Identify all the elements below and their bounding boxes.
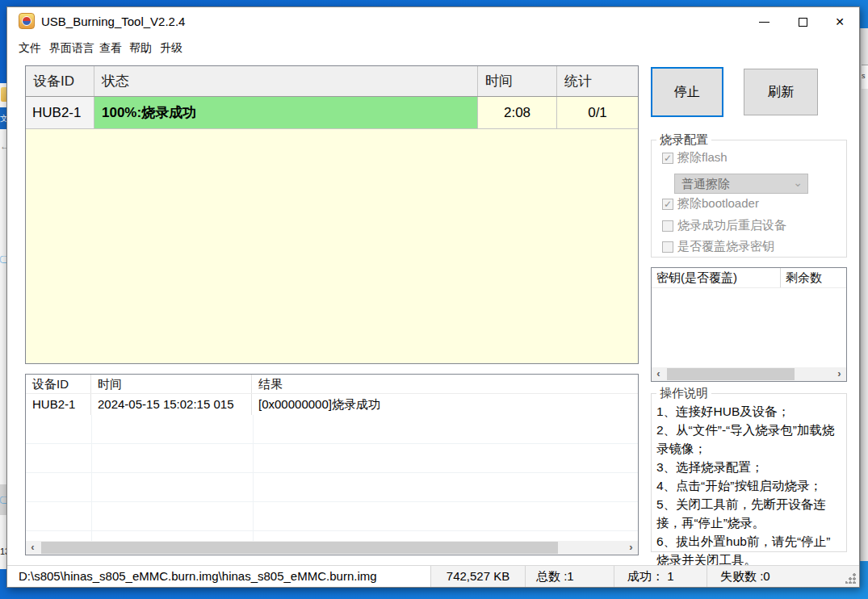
scrollbar-track[interactable] bbox=[665, 367, 832, 381]
log-device-id-cell: HUB2-1 bbox=[26, 394, 91, 415]
burn-config-title: 烧录配置 bbox=[656, 132, 711, 148]
key-table-hscrollbar[interactable]: ‹ › bbox=[652, 367, 846, 381]
menu-bar: 文件 界面语言 查看 帮助 升级 bbox=[7, 36, 859, 57]
column-header-result[interactable]: 结果 bbox=[252, 375, 638, 393]
key-table: 密钥(是否覆盖) 剩余数 ‹ › bbox=[651, 267, 847, 382]
instruction-line: 5、关闭工具前，先断开设备连接，再“停止”烧录。 bbox=[656, 495, 842, 532]
instruction-line: 1、连接好HUB及设备； bbox=[656, 402, 842, 421]
column-header-device-id[interactable]: 设备ID bbox=[26, 66, 94, 96]
column-header-status[interactable]: 状态 bbox=[94, 66, 478, 96]
success-count-status: 成功： 1 bbox=[614, 566, 707, 587]
scroll-right-icon[interactable]: › bbox=[624, 541, 638, 555]
background-window-right-sliver: s bbox=[860, 28, 868, 561]
reboot-after-checkbox[interactable]: 烧录成功后重启设备 bbox=[662, 218, 786, 233]
key-table-header: 密钥(是否覆盖) 剩余数 bbox=[652, 268, 846, 288]
stat-cell: 0/1 bbox=[557, 97, 638, 128]
column-header-remaining[interactable]: 剩余数 bbox=[781, 268, 846, 287]
erase-bootloader-checkbox[interactable]: ✓ 擦除bootloader bbox=[662, 196, 759, 212]
app-icon bbox=[19, 13, 35, 29]
app-window: USB_Burning_Tool_V2.2.4 ✕ 文件 界面语言 查看 帮助 … bbox=[6, 6, 860, 588]
log-result-cell: [0x00000000]烧录成功 bbox=[252, 394, 638, 415]
checkbox-unchecked-icon bbox=[662, 241, 673, 253]
resize-grip-icon[interactable] bbox=[845, 573, 856, 584]
erase-mode-value: 普通擦除 bbox=[681, 177, 730, 191]
device-progress-table: 设备ID 状态 时间 统计 HUB2-1 100%:烧录成功 2:08 0/1 bbox=[25, 65, 639, 364]
menu-file[interactable]: 文件 bbox=[15, 40, 44, 57]
scroll-left-icon[interactable]: ‹ bbox=[26, 541, 40, 555]
total-count-status: 总数 :1 bbox=[526, 566, 614, 587]
instruction-line: 6、拔出外置hub前，请先“停止”烧录并关闭工具。 bbox=[656, 532, 842, 569]
stop-button[interactable]: 停止 bbox=[651, 67, 723, 117]
scrollbar-thumb[interactable] bbox=[667, 368, 795, 380]
scroll-left-icon[interactable]: ‹ bbox=[652, 367, 665, 381]
erase-mode-select[interactable]: 普通擦除 ⌄ bbox=[674, 174, 808, 194]
failed-count-status: 失败数 :0 bbox=[707, 566, 861, 587]
scrollbar-track[interactable] bbox=[40, 541, 624, 555]
column-header-time[interactable]: 时间 bbox=[91, 375, 252, 393]
erase-flash-checkbox[interactable]: ✓ 擦除flash bbox=[662, 150, 728, 165]
instruction-line: 3、选择烧录配置； bbox=[656, 458, 842, 476]
overwrite-key-label: 是否覆盖烧录密钥 bbox=[677, 239, 774, 254]
maximize-icon bbox=[799, 18, 807, 27]
title-bar[interactable]: USB_Burning_Tool_V2.2.4 ✕ bbox=[7, 7, 859, 36]
scrollbar-thumb[interactable] bbox=[41, 542, 558, 554]
checkbox-checked-icon: ✓ bbox=[662, 199, 673, 210]
background-fragment-label: s bbox=[862, 65, 868, 89]
overwrite-key-checkbox[interactable]: 是否覆盖烧录密钥 bbox=[662, 239, 774, 254]
table-row[interactable]: HUB2-1 2024-05-15 15:02:15 015 [0x000000… bbox=[26, 394, 638, 415]
menu-language[interactable]: 界面语言 bbox=[46, 40, 98, 57]
menu-upgrade[interactable]: 升级 bbox=[157, 40, 186, 57]
close-button[interactable]: ✕ bbox=[821, 7, 858, 36]
checkbox-unchecked-icon bbox=[662, 220, 673, 232]
progress-bar-cell: 100%:烧录成功 bbox=[94, 97, 478, 128]
column-header-time[interactable]: 时间 bbox=[478, 66, 557, 96]
reboot-after-label: 烧录成功后重启设备 bbox=[677, 218, 786, 233]
refresh-button[interactable]: 刷新 bbox=[744, 69, 818, 115]
column-header-device-id[interactable]: 设备ID bbox=[26, 375, 91, 393]
menu-view[interactable]: 查看 bbox=[96, 40, 125, 57]
elapsed-time-cell: 2:08 bbox=[478, 97, 557, 128]
instructions-text: 1、连接好HUB及设备； 2、从“文件”-“导入烧录包”加载烧录镜像； 3、选择… bbox=[656, 402, 842, 569]
checkbox-checked-icon: ✓ bbox=[662, 153, 673, 164]
status-bar: D:\s805\hinas_s805_eMMC.burn.img\hinas_s… bbox=[7, 565, 859, 587]
window-title: USB_Burning_Tool_V2.2.4 bbox=[41, 15, 185, 28]
instruction-line: 4、点击“开始”按钮启动烧录； bbox=[656, 476, 842, 495]
minimize-icon bbox=[759, 22, 769, 23]
minimize-button[interactable] bbox=[745, 7, 782, 36]
maximize-button[interactable] bbox=[784, 7, 821, 36]
result-log-table: 设备ID 时间 结果 HUB2-1 2024-05-15 15:02:15 01… bbox=[25, 374, 639, 555]
erase-flash-label: 擦除flash bbox=[677, 150, 728, 165]
desktop-background: 文 ← 🖵 🖵 13 s USB_Burning_Tool_V2.2.4 ✕ 文… bbox=[0, 0, 868, 599]
burn-config-group: 烧录配置 ✓ 擦除flash 普通擦除 ⌄ ✓ 擦除bootloader 烧录成… bbox=[651, 140, 847, 258]
menu-help[interactable]: 帮助 bbox=[126, 40, 155, 57]
image-path-status: D:\s805\hinas_s805_eMMC.burn.img\hinas_s… bbox=[7, 566, 431, 587]
empty-log-grid bbox=[26, 415, 638, 542]
chevron-down-icon: ⌄ bbox=[793, 174, 803, 192]
log-table-hscrollbar[interactable]: ‹ › bbox=[26, 541, 638, 555]
instructions-group: 操作说明 1、连接好HUB及设备； 2、从“文件”-“导入烧录包”加载烧录镜像；… bbox=[651, 393, 847, 552]
scroll-right-icon[interactable]: › bbox=[832, 367, 846, 381]
instruction-line: 2、从“文件”-“导入烧录包”加载烧录镜像； bbox=[656, 421, 842, 458]
column-header-stat[interactable]: 统计 bbox=[557, 66, 638, 96]
instructions-title: 操作说明 bbox=[656, 386, 711, 401]
close-icon: ✕ bbox=[835, 15, 845, 28]
log-table-header: 设备ID 时间 结果 bbox=[26, 375, 638, 394]
device-id-cell: HUB2-1 bbox=[26, 97, 94, 128]
image-size-status: 742,527 KB bbox=[431, 566, 526, 587]
device-table-header: 设备ID 状态 时间 统计 bbox=[26, 66, 638, 97]
erase-bootloader-label: 擦除bootloader bbox=[677, 196, 759, 212]
log-time-cell: 2024-05-15 15:02:15 015 bbox=[91, 394, 252, 415]
table-row[interactable]: HUB2-1 100%:烧录成功 2:08 0/1 bbox=[26, 97, 638, 129]
column-header-key[interactable]: 密钥(是否覆盖) bbox=[652, 268, 781, 287]
